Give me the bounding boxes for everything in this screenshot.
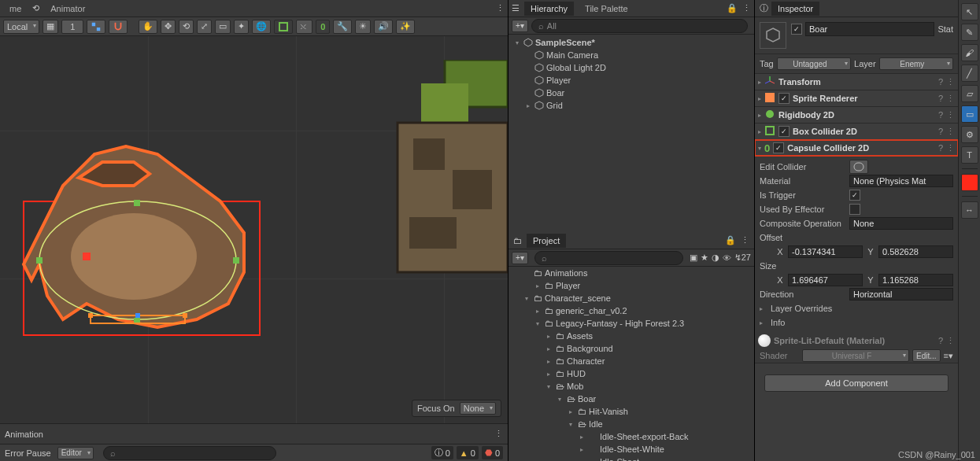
help-icon[interactable]: ? — [938, 127, 943, 136]
hand-tool-icon[interactable]: ✋ — [139, 20, 157, 34]
component-enable-checkbox[interactable]: ✓ — [778, 93, 790, 104]
layer-overrides-label[interactable]: Layer Overrides — [771, 304, 857, 313]
tab-game[interactable]: me — [3, 2, 28, 16]
offset-y-field[interactable]: 0.582628 — [878, 245, 953, 258]
grid-icon[interactable]: ▦ — [43, 20, 58, 34]
line-tool-icon[interactable]: ╱ — [961, 65, 978, 82]
component-enable-checkbox[interactable]: ✓ — [778, 126, 790, 137]
hierarchy-search[interactable]: ⌕ All — [531, 19, 748, 33]
tag-filter-icon[interactable]: ◑ — [712, 253, 719, 263]
settings-icon[interactable]: ⚙ — [961, 126, 978, 143]
favorite-icon[interactable]: ★ — [701, 253, 708, 263]
warn-count[interactable]: ▲0 — [457, 446, 479, 459]
error-pause-label[interactable]: Error Pause — [5, 448, 51, 458]
info-count[interactable]: ⓘ0 — [431, 446, 453, 459]
project-item[interactable]: ▾🗁Idle — [508, 418, 754, 430]
kebab-icon[interactable]: ⋮ — [946, 336, 955, 346]
project-item[interactable]: ▸Idle-Sheet-White — [508, 443, 754, 455]
magnet-icon[interactable] — [109, 20, 128, 34]
project-item[interactable]: ▸Idle-Sheet-export-Back — [508, 430, 754, 443]
hierarchy-item[interactable]: ▾SampleScene* — [508, 36, 754, 49]
project-item[interactable]: ▸🗀Background — [508, 342, 754, 355]
tag-dropdown[interactable]: Untagged — [777, 57, 851, 70]
is-trigger-checkbox[interactable]: ✓ — [849, 190, 860, 201]
help-icon[interactable]: ? — [938, 94, 943, 103]
hierarchy-item[interactable]: ▸Grid — [508, 99, 754, 112]
expand-icon[interactable]: ↔ — [961, 201, 978, 219]
tab-animator[interactable]: Animator — [44, 2, 91, 16]
cursor-tool-icon[interactable]: ↖ — [961, 3, 978, 20]
light-icon[interactable]: ☀ — [355, 20, 371, 34]
rect-tool-icon[interactable]: ▭ — [961, 105, 978, 123]
hierarchy-item[interactable]: Main Camera — [508, 49, 754, 61]
pencil-tool-icon[interactable]: ✎ — [961, 24, 978, 41]
console-search[interactable]: ⌕ — [103, 446, 276, 460]
direction-dropdown[interactable]: Horizontal — [849, 288, 953, 301]
rotate-tool-icon[interactable]: ⟲ — [179, 20, 194, 34]
add-component-button[interactable]: Add Component — [764, 374, 949, 392]
info-label[interactable]: Info — [771, 318, 857, 327]
hierarchy-item[interactable]: Global Light 2D — [508, 61, 754, 74]
help-icon[interactable]: ? — [938, 110, 943, 120]
filter-icon[interactable]: ▣ — [690, 253, 697, 263]
project-item[interactable]: ▸🗀Player — [508, 279, 754, 292]
scene-boar[interactable] — [16, 107, 268, 343]
snap-icon[interactable] — [87, 20, 105, 34]
kebab-icon[interactable]: ⋮ — [741, 235, 749, 245]
color-swatch[interactable] — [961, 174, 978, 191]
focus-on-dropdown[interactable]: None — [460, 402, 496, 415]
size-x-field[interactable]: 1.696467 — [788, 274, 863, 286]
tab-tile-palette[interactable]: Tile Palette — [579, 2, 634, 16]
project-item[interactable]: ▾Idle-Sheet — [508, 455, 754, 461]
help-icon[interactable]: ? — [938, 143, 943, 153]
project-item[interactable]: ▸🗀HUD — [508, 367, 754, 380]
bone-icon[interactable]: ⛌ — [296, 20, 312, 34]
lock-icon[interactable]: 🔒 — [727, 3, 738, 13]
help-icon[interactable]: ? — [938, 77, 943, 87]
box-collider-tool-icon[interactable] — [274, 20, 293, 34]
kebab-icon[interactable]: ⋮ — [496, 3, 505, 13]
component-header[interactable]: ▸✓Box Collider 2D?⋮ — [755, 124, 958, 139]
scene-viewport[interactable]: Focus On None — [0, 36, 508, 423]
lock-icon[interactable]: 🔒 — [725, 235, 736, 245]
gameobject-icon[interactable] — [760, 22, 786, 49]
project-item[interactable]: ▸🗀Character — [508, 355, 754, 367]
project-tree[interactable]: 🗀Animations▸🗀Player▾🗀Character_scene▸🗀ge… — [508, 267, 754, 461]
edit-button[interactable]: Edit... — [912, 349, 941, 362]
globe-icon[interactable]: 🌐 — [252, 20, 271, 34]
kebab-icon[interactable]: ⋮ — [946, 143, 955, 153]
audio-icon[interactable]: 🔊 — [374, 20, 393, 34]
component-enable-checkbox[interactable]: ✓ — [773, 142, 784, 153]
component-header[interactable]: ▸✓Sprite Renderer?⋮ — [755, 90, 958, 106]
component-header[interactable]: ▾0✓Capsule Collider 2D?⋮ — [755, 140, 958, 156]
editor-dropdown[interactable]: Editor — [57, 447, 94, 459]
hidden-icon[interactable]: 👁 — [723, 253, 731, 263]
text-tool-icon[interactable]: T — [961, 146, 978, 164]
create-dropdown[interactable]: +▾ — [512, 252, 528, 264]
static-label[interactable]: Stat — [937, 24, 953, 34]
create-dropdown[interactable]: +▾ — [512, 20, 528, 32]
name-field[interactable]: Boar — [805, 22, 934, 36]
layer-dropdown[interactable]: Enemy — [879, 57, 953, 70]
project-item[interactable]: ▸🗀Hit-Vanish — [508, 405, 754, 418]
composite-dropdown[interactable]: None — [849, 217, 953, 230]
kebab-icon[interactable]: ⋮ — [742, 3, 751, 13]
component-header[interactable]: ▸Rigidbody 2D?⋮ — [755, 107, 958, 123]
project-item[interactable]: ▸🗀generic_char_v0.2 — [508, 304, 754, 317]
tab-hierarchy[interactable]: Hierarchy — [524, 2, 574, 16]
fx-icon[interactable]: ✨ — [396, 20, 415, 34]
offset-x-field[interactable]: -0.1374341 — [788, 245, 863, 258]
kebab-icon[interactable]: ⋮ — [946, 110, 955, 120]
project-item[interactable]: ▾🗁Boar — [508, 393, 754, 405]
edit-collider-button[interactable] — [849, 160, 868, 174]
hierarchy-item[interactable]: Player — [508, 74, 754, 87]
wrench-icon[interactable]: 🔧 — [333, 20, 352, 34]
tab-inspector[interactable]: Inspector — [771, 2, 819, 16]
error-count[interactable]: ⬣0 — [482, 446, 503, 459]
project-search[interactable]: ⌕ — [534, 251, 683, 265]
kebab-icon[interactable]: ⋮ — [494, 429, 503, 439]
project-item[interactable]: ▾🗀Character_scene — [508, 292, 754, 304]
active-checkbox[interactable]: ✓ — [791, 24, 802, 35]
kebab-icon[interactable]: ⋮ — [946, 94, 955, 104]
help-icon[interactable]: ? — [938, 336, 943, 345]
